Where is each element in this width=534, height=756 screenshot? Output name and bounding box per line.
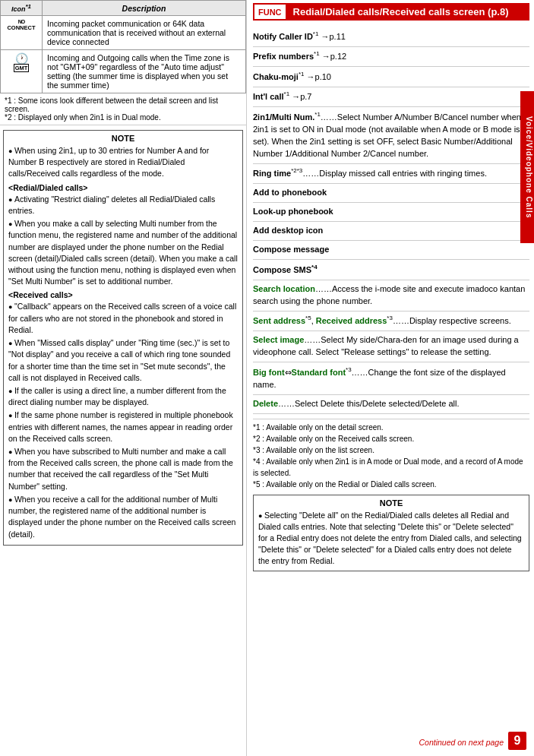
note-item: "Callback" appears on the Received calls… (8, 301, 238, 336)
menu-item-big-font: Big font⇔Standard font*3……Change the fon… (253, 362, 529, 395)
menu-item-add-phonebook: Add to phonebook (253, 184, 529, 203)
note-list: When using 2in1, up to 30 entries for Nu… (8, 145, 238, 180)
table-row: NO CONNECT Incoming packet communication… (1, 16, 246, 50)
right-note-title: NOTE (258, 498, 524, 508)
right-footnote-1: *1 : Available only on the detail screen… (253, 422, 529, 433)
note-item: Selecting "Delete all" on the Redial/Dia… (258, 510, 524, 568)
note-item: When you have subscribed to Multi number… (8, 446, 238, 492)
note-item: When "Missed calls display" under "Ring … (8, 337, 238, 384)
footnote-1: *1 : Some icons look different between t… (5, 96, 242, 113)
right-column: FUNC Redial/Dialed calls/Received calls … (247, 0, 534, 756)
menu-item-add-desktop: Add desktop icon (253, 222, 529, 241)
icon-description-table: Icon*1 Description NO CONNECT Incoming p… (0, 0, 246, 93)
note-item: When using 2in1, up to 30 entries for Nu… (8, 145, 238, 180)
table-row: 🕐 GMT Incoming and Outgoing calls when t… (1, 50, 246, 93)
note-list-redial: Activating "Restrict dialing" deletes al… (8, 194, 238, 288)
note-item: Activating "Restrict dialing" deletes al… (8, 194, 238, 217)
icon-gmt-cell: 🕐 GMT (1, 50, 43, 93)
menu-item-search-location: Search location……Access the i-mode site … (253, 280, 529, 312)
note-item: If the caller is using a direct line, a … (8, 385, 238, 408)
no-connect-icon: NO CONNECT (5, 19, 37, 31)
menu-item-compose-sms: Compose SMS*4 (253, 260, 529, 280)
table-header-description: Description (43, 1, 246, 16)
menu-item-chaku-moji: Chaku-moji*1 →p.10 (253, 67, 529, 87)
menu-item-2in1-multi: 2in1/Multi Num.*1……Select Number A/Numbe… (253, 107, 529, 163)
menu-item-lookup-phonebook: Look-up phonebook (253, 203, 529, 222)
header-title: Redial/Dialed calls/Received calls scree… (287, 3, 529, 21)
note-title: NOTE (8, 134, 238, 143)
right-footnote-5: *5 : Available only on the Redial or Dia… (253, 479, 529, 490)
menu-item-sent-received-address: Sent address*5, Received address*3……Disp… (253, 312, 529, 332)
table-header-icon: Icon*1 (1, 1, 43, 16)
side-tab: Voice/Videophone Calls (520, 91, 534, 243)
note-item: When you receive a call for the addition… (8, 494, 238, 540)
left-column: Icon*1 Description NO CONNECT Incoming p… (0, 0, 247, 756)
icon-no-connect-cell: NO CONNECT (1, 16, 43, 50)
note-item: When you make a call by selecting Multi … (8, 218, 238, 287)
header-box: FUNC Redial/Dialed calls/Received calls … (253, 3, 529, 21)
page-number: 9 (508, 732, 526, 750)
section-heading-redial: <Redial/Dialed calls> (8, 183, 238, 192)
gmt-icon: 🕐 GMT (5, 53, 37, 72)
menu-item-compose-message: Compose message (253, 241, 529, 260)
description-cell-2: Incoming and Outgoing calls when the Tim… (43, 50, 246, 93)
menu-item-delete: Delete……Select Delete this/Delete select… (253, 395, 529, 414)
menu-item-prefix-numbers: Prefix numbers*1 →p.12 (253, 47, 529, 68)
right-footnotes: *1 : Available only on the detail screen… (253, 419, 529, 490)
right-footnote-2: *2 : Available only on the Received call… (253, 433, 529, 444)
note-item: If the same phone number is registered i… (8, 410, 238, 444)
func-label: FUNC (253, 3, 287, 21)
description-cell-1: Incoming packet communication or 64K dat… (43, 16, 246, 50)
footnote-2: *2 : Displayed only when 2in1 is in Dual… (5, 113, 242, 122)
table-footnotes: *1 : Some icons look different between t… (0, 93, 246, 125)
right-note-box: NOTE Selecting "Delete all" on the Redia… (253, 495, 529, 571)
left-note-box: NOTE When using 2in1, up to 30 entries f… (3, 130, 243, 546)
note-list-received: "Callback" appears on the Received calls… (8, 301, 238, 539)
menu-item-ring-time: Ring time*2*3……Display missed call entri… (253, 164, 529, 185)
menu-item-intl-call: Int'l call*1 →p.7 (253, 87, 529, 108)
right-footnote-4: *4 : Available only when 2in1 is in A mo… (253, 456, 529, 479)
menu-list: Notify Caller ID*1 →p.11 Prefix numbers*… (253, 27, 529, 414)
menu-item-select-image: Select image……Select My side/Chara-den f… (253, 331, 529, 362)
right-note-list: Selecting "Delete all" on the Redial/Dia… (258, 510, 524, 568)
continued-text: Continued on next page (419, 738, 504, 747)
menu-item-notify-caller: Notify Caller ID*1 →p.11 (253, 27, 529, 47)
section-heading-received: <Received calls> (8, 290, 238, 299)
right-footnote-3: *3 : Available only on the list screen. (253, 444, 529, 456)
